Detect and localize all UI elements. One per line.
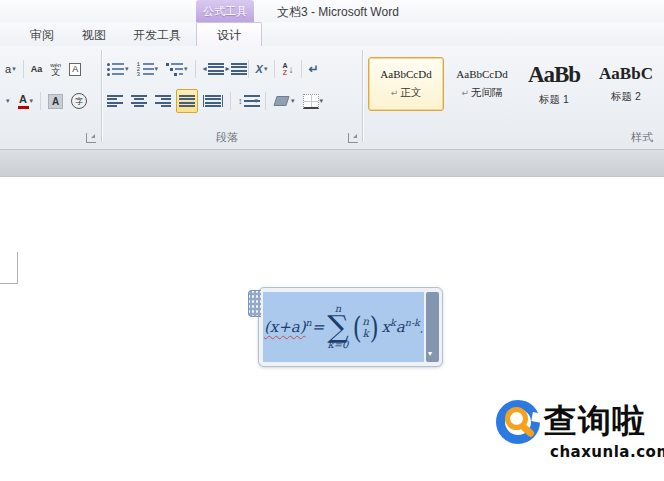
multilevel-list-icon [166,63,183,76]
divider [301,60,302,78]
styles-gallery: AaBbCcDd ↵正文 AaBbCcDd ↵无间隔 AaBb 标题 1 AaB… [368,57,664,111]
ribbon: a ▾ Aa wén 文 A ▾ A [0,46,664,150]
equation-selection[interactable]: (x+a)n= n ∑ k=0 ( n k ) xkan-k, [263,292,424,362]
shrink-font-button[interactable]: a ▾ [2,57,19,81]
style-name: 标题 2 [611,90,641,104]
arrow-down-icon: ↓ [289,64,294,75]
align-right-button[interactable] [152,89,174,113]
multilevel-list-button[interactable]: ▾ [163,57,191,81]
numbered-list-icon: 1 2 3 [137,63,154,76]
sort-icon: A Z [282,62,287,76]
align-left-button[interactable] [104,89,126,113]
equation-dropdown-icon[interactable]: ▾ [428,350,432,358]
watermark-brand: 查询啦 [544,399,646,444]
tab-review[interactable]: 审阅 [26,24,58,46]
chevron-down-icon: ▾ [320,97,324,105]
term1-base: x [382,318,390,336]
chevron-down-icon: ▾ [291,97,295,105]
bullets-button[interactable]: ▾ [104,57,132,81]
increase-indent-icon: ▸ [226,63,241,75]
chevron-down-icon: ▾ [6,97,10,105]
font-group-row2: ▾ A ▾ A 字 [2,89,90,113]
enclosed-character-icon: 字 [71,93,87,109]
line-spacing-icon [244,95,254,107]
divider [265,92,266,110]
chaxunla-logo [496,400,540,444]
sort-a: A [282,62,287,69]
decrease-indent-icon: ◂ [203,63,218,75]
line-spacing-button[interactable]: ↕ ▾ [235,89,261,113]
increase-indent-button[interactable]: ▸ [223,57,244,81]
enclosed-character-button[interactable]: 字 [68,89,90,113]
style-card-heading1[interactable]: AaBb 标题 1 [520,57,588,111]
justify-button[interactable] [176,89,198,113]
align-right-icon [155,95,171,107]
equals-sign: = [312,318,325,336]
bullet-list-icon [107,63,124,76]
chevron-down-icon: ▾ [12,65,16,73]
phonetic-guide-button[interactable]: wén 文 [47,57,64,81]
distribute-text-button[interactable] [200,89,226,113]
window-title: 文档3 - Microsoft Word [277,4,399,21]
font-color-button[interactable]: A ▾ [15,89,37,113]
chevron-down-icon: ▾ [255,97,259,105]
character-border-icon: A [69,63,81,76]
asian-layout-button[interactable]: X ▾ [253,57,271,81]
style-marker: ↵ [391,88,399,98]
term2-base: a [396,318,405,336]
character-shading-button[interactable]: A [45,89,66,113]
term2-exponent: n-k [405,317,420,328]
borders-button[interactable]: ▾ [300,89,327,113]
font-group-row1: a ▾ Aa wén 文 A [2,57,84,81]
shading-button[interactable]: ▾ [270,89,298,113]
style-card-heading2[interactable]: AaBbC 标题 2 [592,57,660,111]
borders-icon [303,94,319,109]
divider [23,60,24,78]
character-border-button[interactable]: A [66,57,84,81]
equation-lhs-base: (x+a) [264,318,306,336]
decrease-indent-button[interactable]: ◂ [200,57,221,81]
chevron-down-icon: ▾ [30,97,34,105]
equation-options-bar[interactable]: ▾ [426,292,439,362]
sort-button[interactable]: A Z ↓ [279,57,296,81]
sigma-icon: ∑ [327,314,348,340]
align-left-icon [107,95,123,107]
tab-developer[interactable]: 开发工具 [129,24,185,46]
style-preview: AaBb [528,61,580,89]
font-dialog-launcher[interactable] [86,133,96,143]
binomial-coefficient: ( n k ) [352,314,380,341]
font-color-icon: A [18,94,29,109]
align-center-icon [131,95,147,107]
style-card-no-spacing[interactable]: AaBbCcDd ↵无间隔 [448,57,516,111]
updown-arrow-icon: ↕ [238,96,243,106]
formatting-marks-icon: ↵ [309,62,319,76]
logo-ring-gap [531,412,543,423]
chevron-down-icon: ▾ [125,65,129,73]
title-bar: 公式工具 文档3 - Microsoft Word [0,0,664,22]
paragraph-group-label: 段落 [216,130,238,145]
contextual-tab-group-header[interactable]: 公式工具 [196,0,254,22]
style-preview: AaBbCcDd [456,68,507,81]
style-preview: AaBbCcDd [380,68,431,81]
font-color-swatch [18,106,29,109]
align-center-button[interactable] [128,89,150,113]
tab-view[interactable]: 视图 [78,24,110,46]
highlight-color-dropdown[interactable]: ▾ [2,89,13,113]
word-window: 公式工具 文档3 - Microsoft Word 审阅 视图 开发工具 设计 … [0,0,664,481]
equation-drag-handle-icon[interactable] [248,290,261,317]
style-marker: ↵ [461,88,469,98]
paragraph-group-row2: ↕ ▾ ▾ ▾ [104,89,326,113]
equation-container[interactable]: (x+a)n= n ∑ k=0 ( n k ) xkan-k, ▾ [258,287,443,367]
style-name: 无间隔 [471,86,503,98]
style-card-normal[interactable]: AaBbCcDd ↵正文 [368,57,444,111]
text-cursor: , [420,323,423,334]
style-preview: AaBbC [599,64,653,84]
show-formatting-marks-button[interactable]: ↵ [306,57,322,81]
clear-formatting-button[interactable]: Aa [28,57,46,81]
tab-design-active[interactable]: 设计 [196,22,262,47]
arrow-left: ◂ [203,65,207,73]
binom-bottom: k [362,327,368,339]
paragraph-dialog-launcher[interactable] [348,133,358,143]
equation-terms: xkan-k, [382,318,423,336]
numbering-button[interactable]: 1 2 3 ▾ [134,57,162,81]
